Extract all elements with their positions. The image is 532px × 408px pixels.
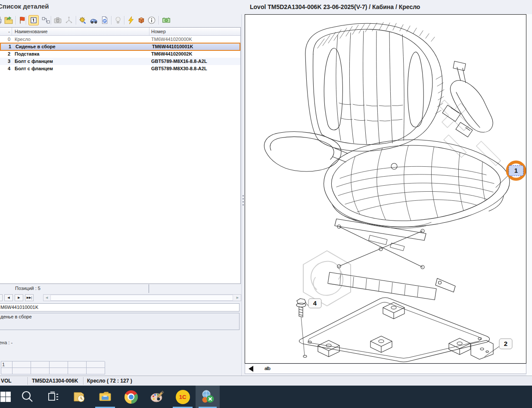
- grid-cell[interactable]: [12, 361, 31, 368]
- row-pos: 3: [0, 58, 12, 65]
- scroll-left-icon[interactable]: ◀: [44, 295, 50, 301]
- flag-icon[interactable]: [18, 16, 27, 25]
- toolbar-separator: [16, 16, 16, 25]
- toolbar: [0, 15, 241, 26]
- start-button[interactable]: [0, 386, 15, 408]
- grid-cell[interactable]: [87, 368, 105, 374]
- price-label: ена : -: [0, 340, 12, 345]
- toolbar-separator: [124, 16, 125, 25]
- grid-cell[interactable]: [68, 361, 87, 368]
- taskbar-file-explorer-button[interactable]: [92, 386, 118, 408]
- row-name: Сиденье в сборе: [13, 44, 150, 50]
- toolbar-separator: [159, 16, 159, 25]
- cube-icon[interactable]: [137, 16, 146, 25]
- footer-divider: [149, 284, 149, 293]
- screen: Список деталей: [0, 0, 532, 408]
- lightning-icon[interactable]: [127, 16, 135, 25]
- table-row[interactable]: 3 Болт с фланцем GBT5789-M8X16-8.8-A2L: [0, 58, 240, 65]
- taskbar-1c-button[interactable]: 1С: [170, 386, 196, 408]
- print-icon[interactable]: [0, 16, 3, 25]
- scrollbar-thumb[interactable]: [50, 295, 233, 301]
- row-pos: 0: [0, 36, 12, 43]
- callout-4[interactable]: 4: [308, 299, 321, 308]
- grid-cell[interactable]: [1, 368, 12, 374]
- grid-cell[interactable]: [12, 368, 31, 374]
- parts-table-header[interactable]: - Наименование Номер: [0, 28, 240, 36]
- status-part-number: TM5D2A1304-006K: [32, 378, 78, 384]
- taskbar-search-button[interactable]: [15, 386, 40, 408]
- grid-cell[interactable]: [50, 361, 68, 368]
- grid-cell[interactable]: [31, 368, 50, 374]
- pan-left-icon[interactable]: [249, 366, 253, 372]
- diagram-scrollbar[interactable]: alb: [245, 364, 526, 374]
- taskbar-parts-catalog-button-active[interactable]: [196, 386, 220, 408]
- row-name: Подставка: [12, 50, 149, 58]
- row-pos: 1: [1, 44, 13, 50]
- 1c-label: 1С: [179, 394, 187, 400]
- diagram-title: Lovol TM5D2A1304-006K 23-06-2025(V-7) / …: [250, 3, 530, 10]
- grid-cell[interactable]: 1: [1, 361, 12, 368]
- hierarchy-icon[interactable]: [41, 16, 50, 25]
- record-navigator: |◀ ◀ ▶ ▶▶| ◀ ▶: [0, 294, 241, 302]
- toolbar-separator: [26, 16, 27, 25]
- row-number: GBT5789-M8X16-8.8-A2L: [149, 58, 240, 65]
- seat-diagram[interactable]: 1 2 4: [245, 15, 526, 363]
- bulb-icon[interactable]: [114, 16, 122, 25]
- row-number: TM6W441020002K: [149, 50, 240, 58]
- column-number[interactable]: Номер: [149, 28, 240, 35]
- settings-gear-icon[interactable]: [78, 16, 87, 25]
- column-pos[interactable]: -: [0, 28, 12, 35]
- right-margin: [526, 14, 532, 376]
- paint-icon: [149, 389, 164, 404]
- taskbar-paint-button[interactable]: [144, 386, 170, 408]
- horizontal-scrollbar[interactable]: ◀ ▶: [43, 294, 241, 301]
- table-row[interactable]: 2 Подставка TM6W441020002K: [0, 50, 240, 58]
- camera-icon[interactable]: [53, 16, 62, 25]
- grid-cell[interactable]: [50, 368, 68, 374]
- parts-table: - Наименование Номер 0 Кресло TM6W441020…: [0, 27, 241, 284]
- taskbar-chrome-button[interactable]: [118, 386, 144, 408]
- positions-count: Позиций : 5: [15, 286, 40, 291]
- task-view-button[interactable]: [40, 386, 66, 408]
- taskbar-outlook-button[interactable]: [66, 386, 92, 408]
- parts-list-title: Список деталей: [0, 3, 49, 10]
- grid-cell[interactable]: [87, 361, 105, 368]
- parts-list-panel: Список деталей: [0, 0, 241, 376]
- row-pos: 4: [0, 65, 12, 72]
- scrollbar-text: alb: [264, 366, 270, 371]
- row-number: GBT5789-M8X30-8.8-A2L: [149, 65, 240, 72]
- open-export-icon[interactable]: [4, 16, 13, 25]
- prev-page-icon[interactable]: ◀: [4, 294, 13, 301]
- parts-catalog-icon: [200, 389, 215, 404]
- part-number-field[interactable]: M6W441010001K: [0, 303, 240, 311]
- callout-1[interactable]: 1: [507, 162, 525, 179]
- grid-cell[interactable]: [68, 368, 87, 374]
- diagram-panel[interactable]: 1 2 4: [245, 14, 526, 364]
- taskbar: 1С: [0, 386, 532, 408]
- table-row-selected[interactable]: 1 Сиденье в сборе TM6W441010001K: [0, 43, 240, 51]
- 1c-icon: 1С: [176, 390, 190, 404]
- row-name: Болт с фланцем: [12, 65, 149, 72]
- toolbar-separator: [111, 16, 112, 25]
- column-name[interactable]: Наименование: [12, 28, 149, 35]
- table-row[interactable]: 0 Кресло TM6W441020000K: [0, 36, 240, 43]
- first-page-button[interactable]: |◀: [0, 294, 3, 301]
- panel-splitter[interactable]: [241, 14, 245, 376]
- row-number: TM6W441020000K: [149, 36, 240, 43]
- explode-view-icon[interactable]: [65, 16, 73, 25]
- info-icon[interactable]: [147, 16, 156, 25]
- last-page-icon[interactable]: ▶▶|: [25, 294, 34, 301]
- part-name-field[interactable]: денье в сборе: [0, 313, 240, 330]
- grid-cell[interactable]: [31, 361, 50, 368]
- price-money-icon[interactable]: [162, 16, 171, 25]
- scroll-right-icon[interactable]: ▶: [234, 295, 241, 301]
- callout-2-label: 2: [504, 340, 507, 347]
- callout-toggle-icon[interactable]: [28, 15, 39, 25]
- vehicle-icon[interactable]: [90, 16, 98, 25]
- quantity-grid[interactable]: 1: [1, 361, 105, 374]
- next-page-icon[interactable]: ▶: [15, 294, 23, 301]
- callout-2[interactable]: 2: [499, 339, 512, 349]
- search-icon: [21, 390, 34, 404]
- document-edit-icon[interactable]: [100, 16, 109, 25]
- table-row[interactable]: 4 Болт с фланцем GBT5789-M8X30-8.8-A2L: [0, 65, 240, 72]
